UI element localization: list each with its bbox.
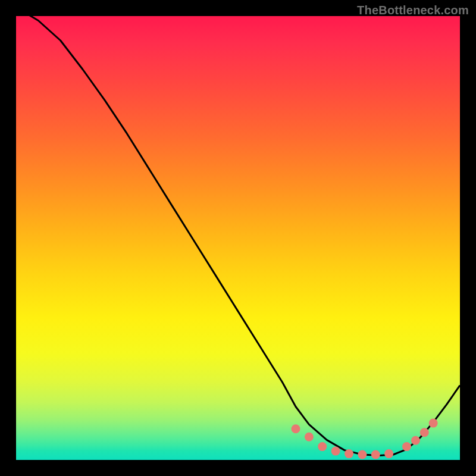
watermark-text: TheBottleneck.com	[357, 4, 469, 17]
curve-marker-dot	[292, 424, 300, 433]
curve-marker-dot	[402, 442, 411, 451]
curve-marker-dot	[358, 450, 367, 459]
curve-markers	[292, 419, 438, 459]
curve-marker-dot	[420, 428, 429, 437]
curve-svg	[16, 16, 460, 460]
curve-marker-dot	[429, 419, 438, 428]
curve-marker-dot	[318, 442, 327, 451]
bottleneck-curve	[16, 7, 460, 455]
chart-frame: TheBottleneck.com	[0, 0, 476, 476]
curve-marker-dot	[384, 449, 393, 458]
curve-marker-dot	[305, 433, 314, 441]
curve-marker-dot	[371, 450, 380, 459]
curve-marker-dot	[345, 449, 353, 458]
curve-marker-dot	[331, 447, 340, 456]
curve-marker-dot	[411, 436, 420, 445]
